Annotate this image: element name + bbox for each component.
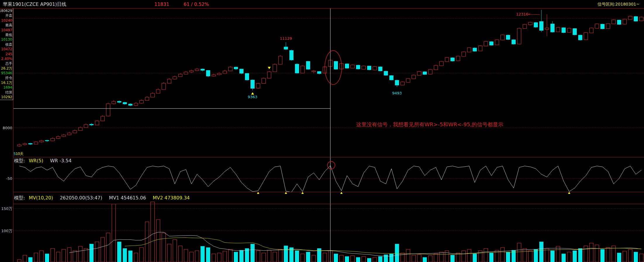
- volume-bar[interactable]: [451, 255, 455, 262]
- volume-bar[interactable]: [517, 243, 521, 262]
- volume-bar[interactable]: [112, 204, 116, 262]
- volume-bar[interactable]: [262, 253, 266, 262]
- volume-bar[interactable]: [340, 255, 343, 262]
- volume-bar[interactable]: [634, 252, 638, 262]
- volume-bar[interactable]: [79, 246, 82, 262]
- candle[interactable]: [634, 16, 638, 21]
- candle[interactable]: [51, 138, 55, 141]
- volume-bar[interactable]: [62, 249, 66, 262]
- volume-bar[interactable]: [501, 248, 505, 262]
- candle[interactable]: [423, 72, 427, 74]
- candle[interactable]: [579, 35, 582, 40]
- volume-bar[interactable]: [595, 245, 599, 262]
- candle[interactable]: [112, 101, 116, 104]
- candle[interactable]: [373, 67, 377, 70]
- candle[interactable]: [406, 79, 410, 82]
- volume-bar[interactable]: [284, 246, 288, 262]
- volume-bar[interactable]: [406, 249, 410, 262]
- volume-bar[interactable]: [73, 251, 77, 262]
- candle[interactable]: [456, 56, 460, 61]
- candle[interactable]: [134, 103, 138, 105]
- volume-bar[interactable]: [606, 248, 610, 262]
- volume-bar[interactable]: [184, 249, 188, 262]
- volume-bar[interactable]: [473, 254, 477, 262]
- volume-bar[interactable]: [362, 256, 366, 262]
- candle[interactable]: [273, 64, 277, 72]
- candle[interactable]: [534, 23, 538, 27]
- candle[interactable]: [68, 133, 71, 135]
- volume-bar[interactable]: [201, 246, 205, 262]
- volume-bar[interactable]: [312, 255, 316, 262]
- volume-bar[interactable]: [367, 258, 371, 262]
- volume-bar[interactable]: [168, 244, 171, 262]
- volume-bar[interactable]: [195, 251, 199, 262]
- candle[interactable]: [234, 67, 238, 69]
- candle[interactable]: [156, 89, 160, 93]
- candle[interactable]: [229, 67, 232, 71]
- candle[interactable]: [101, 116, 105, 121]
- candle[interactable]: [512, 40, 516, 44]
- volume-bar[interactable]: [151, 202, 155, 262]
- candle[interactable]: [629, 16, 632, 20]
- candle[interactable]: [467, 48, 471, 52]
- volume-bar[interactable]: [440, 252, 443, 262]
- volume-bar[interactable]: [423, 257, 427, 262]
- volume-bar[interactable]: [629, 249, 632, 262]
- candle[interactable]: [201, 69, 205, 70]
- candle[interactable]: [529, 22, 532, 25]
- volume-bar[interactable]: [395, 244, 399, 262]
- volume-bar[interactable]: [23, 255, 27, 262]
- candle[interactable]: [62, 135, 66, 137]
- candle[interactable]: [495, 40, 499, 45]
- volume-bar[interactable]: [490, 253, 493, 262]
- candle[interactable]: [417, 71, 421, 75]
- candle[interactable]: [556, 27, 560, 32]
- candle[interactable]: [206, 70, 210, 76]
- candle[interactable]: [151, 93, 155, 97]
- candle[interactable]: [590, 28, 593, 33]
- volume-bar[interactable]: [390, 254, 393, 262]
- volume-bar[interactable]: [51, 249, 55, 262]
- candle[interactable]: [23, 144, 27, 145]
- volume-bar[interactable]: [190, 252, 194, 262]
- volume-bar[interactable]: [467, 249, 471, 262]
- volume-bar[interactable]: [590, 243, 593, 262]
- candle[interactable]: [217, 73, 221, 75]
- volume-bar[interactable]: [401, 253, 405, 262]
- candle[interactable]: [251, 80, 255, 88]
- candle[interactable]: [429, 70, 432, 74]
- volume-bar[interactable]: [18, 260, 21, 262]
- candle[interactable]: [301, 66, 305, 73]
- candle[interactable]: [79, 127, 82, 130]
- candle[interactable]: [168, 79, 171, 83]
- volume-bar[interactable]: [417, 255, 421, 262]
- candle[interactable]: [34, 142, 38, 144]
- volume-bar[interactable]: [206, 248, 210, 262]
- candle[interactable]: [212, 75, 216, 76]
- volume-bar[interactable]: [379, 256, 382, 262]
- volume-bar[interactable]: [484, 249, 488, 262]
- candle[interactable]: [395, 80, 399, 85]
- candle[interactable]: [90, 124, 94, 125]
- volume-bar[interactable]: [173, 239, 177, 262]
- candle[interactable]: [345, 64, 349, 68]
- candle[interactable]: [573, 29, 577, 35]
- volume-bar[interactable]: [384, 255, 388, 262]
- volume-bar[interactable]: [256, 251, 260, 262]
- volume-bar[interactable]: [556, 246, 560, 262]
- candle[interactable]: [501, 35, 505, 40]
- candle[interactable]: [567, 28, 571, 32]
- volume-bar[interactable]: [106, 233, 110, 262]
- candle[interactable]: [295, 64, 299, 73]
- candle[interactable]: [451, 58, 455, 61]
- candle[interactable]: [479, 46, 482, 51]
- candle[interactable]: [412, 75, 416, 79]
- volume-bar[interactable]: [90, 244, 94, 262]
- volume-bar[interactable]: [45, 254, 49, 262]
- candle[interactable]: [445, 58, 449, 62]
- candle[interactable]: [190, 71, 194, 72]
- volume-bar[interactable]: [562, 254, 566, 262]
- candle[interactable]: [584, 33, 588, 40]
- volume-bar[interactable]: [223, 251, 227, 262]
- candle[interactable]: [223, 71, 227, 73]
